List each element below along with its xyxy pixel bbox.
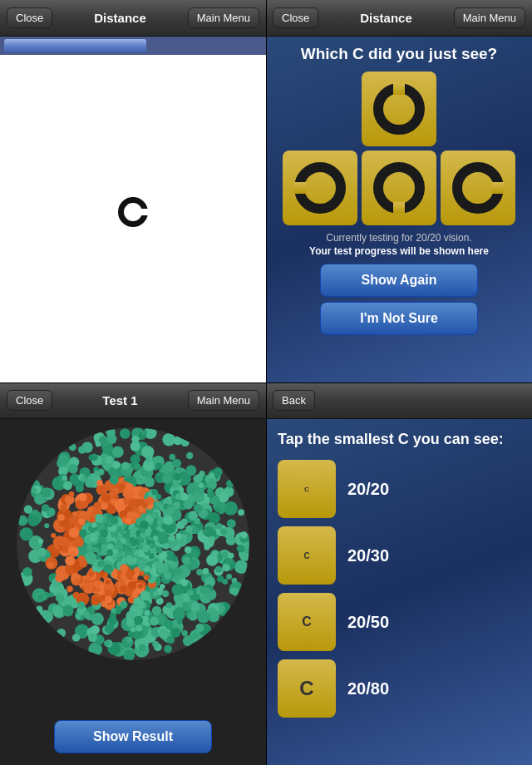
c-cell-empty-tl	[283, 72, 357, 146]
q2-title: Distance	[360, 11, 412, 25]
q2-progress-text: Your test progress will be shown here	[309, 245, 489, 257]
q4-question: Tap the smallest C you can see:	[278, 431, 520, 448]
c-option-2020[interactable]: C 20/20	[278, 460, 520, 518]
c-left-symbol	[294, 162, 346, 214]
q3-body: Show Result	[0, 419, 266, 765]
c-option-2030-box[interactable]: C	[278, 526, 336, 585]
c-cell-bottom[interactable]	[362, 151, 436, 225]
q2-menu-button[interactable]: Main Menu	[454, 7, 525, 28]
q1-topbar: Close Distance Main Menu	[0, 0, 266, 37]
q4-back-button[interactable]: Back	[273, 390, 315, 411]
c-cell-empty-tr	[441, 72, 515, 146]
q4-body: Tap the smallest C you can see: C 20/20 …	[266, 419, 532, 765]
q3-title: Test 1	[102, 393, 137, 407]
q1-panel: Close Distance Main Menu	[0, 0, 266, 382]
q4-panel: Back Tap the smallest C you can see: C 2…	[266, 382, 532, 765]
c-option-2080[interactable]: C 20/80	[278, 659, 520, 718]
q2-close-button[interactable]: Close	[273, 7, 318, 28]
c-option-2020-box[interactable]: C	[278, 460, 336, 518]
q1-body	[0, 37, 266, 382]
q1-test-area	[0, 55, 266, 369]
c-cell-right[interactable]	[441, 151, 515, 225]
c-option-2030-label: 20/30	[347, 546, 389, 565]
not-sure-button[interactable]: I'm Not Sure	[320, 302, 478, 335]
show-again-button[interactable]: Show Again	[320, 264, 478, 297]
q1-progress-bar	[4, 39, 146, 52]
c-option-2050-box[interactable]: C	[278, 593, 336, 651]
c-option-2030[interactable]: C 20/30	[278, 526, 520, 585]
c-cell-top[interactable]	[362, 72, 436, 146]
c-option-2080-label: 20/80	[347, 679, 389, 698]
q2-topbar: Close Distance Main Menu	[266, 0, 532, 37]
q1-menu-button[interactable]: Main Menu	[188, 7, 259, 28]
c-option-2080-box[interactable]: C	[278, 659, 336, 718]
c-small-symbol: C	[303, 551, 309, 560]
c-tiny-symbol: C	[304, 486, 309, 493]
color-vision-circle	[17, 427, 249, 660]
c-bottom-symbol	[373, 162, 425, 214]
q1-progress-wrap	[0, 37, 266, 55]
q1-close-button[interactable]: Close	[7, 7, 52, 28]
q3-menu-button[interactable]: Main Menu	[188, 390, 259, 411]
c-choice-grid	[283, 72, 515, 225]
c-large-symbol: C	[299, 677, 313, 700]
show-result-button[interactable]: Show Result	[54, 720, 212, 753]
q4-topbar: Back	[266, 382, 532, 419]
landolt-c-stimulus	[118, 197, 148, 227]
q3-topbar: Close Test 1 Main Menu	[0, 382, 266, 419]
q3-close-button[interactable]: Close	[7, 390, 52, 411]
q3-panel: Close Test 1 Main Menu Show Result	[0, 382, 266, 765]
c-option-2050-label: 20/50	[347, 613, 389, 632]
q2-body: Which C did you just see? Currently test…	[266, 37, 532, 382]
q2-panel: Close Distance Main Menu Which C did you…	[266, 0, 532, 382]
c-option-2050[interactable]: C 20/50	[278, 593, 520, 651]
q2-question: Which C did you just see?	[301, 45, 497, 63]
c-right-symbol	[452, 162, 504, 214]
vertical-divider	[266, 0, 267, 765]
c-option-2020-label: 20/20	[347, 480, 389, 499]
c-top-symbol	[373, 83, 425, 135]
c-cell-left[interactable]	[283, 151, 357, 225]
q1-title: Distance	[94, 11, 146, 25]
ishihara-canvas	[17, 427, 249, 660]
c-medium-symbol: C	[302, 614, 312, 629]
q2-info: Currently testing for 20/20 vision.	[326, 232, 471, 244]
